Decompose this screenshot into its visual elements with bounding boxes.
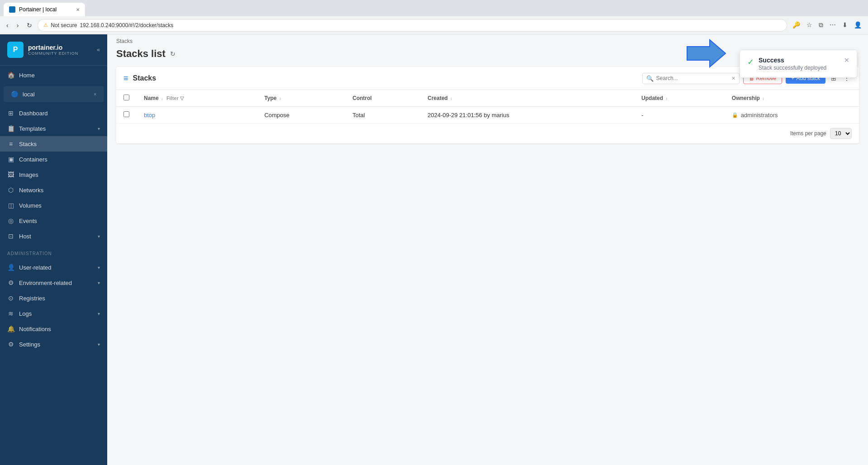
toast-close-btn[interactable]: ✕	[844, 57, 849, 64]
sidebar-env-block: 🔵 local ×	[4, 86, 104, 102]
items-per-page-label: Items per page	[790, 130, 826, 137]
stack-name-link[interactable]: btop	[144, 112, 155, 119]
control-label: Control	[352, 95, 372, 101]
sidebar-admin-section: 👤 User-related ▾ ⚙ Environment-related ▾…	[0, 258, 107, 354]
sidebar-item-events[interactable]: ◎ Events	[0, 213, 107, 228]
row-checkbox[interactable]	[123, 111, 129, 117]
sidebar-item-notifications[interactable]: 🔔 Notifications	[0, 321, 107, 337]
settings-label: Settings	[19, 341, 40, 348]
success-toast: ✓ Success Stack successfully deployed ✕	[740, 50, 857, 78]
logs-label: Logs	[19, 310, 32, 317]
stacks-nav-icon: ≡	[7, 140, 14, 147]
table-footer: Items per page 10 25 50	[116, 123, 859, 143]
toast-success-icon: ✓	[747, 57, 754, 67]
name-filter-icon[interactable]: Filter ▽	[166, 95, 184, 101]
security-icon: ⚠	[43, 22, 48, 28]
stacks-nav-label: Stacks	[19, 141, 37, 147]
table-header-row: Name ↓ Filter ▽ Type ↕ Control Created	[116, 90, 859, 107]
sidebar-collapse-btn[interactable]: «	[97, 47, 100, 53]
sidebar-logo: P portainer.io COMMUNITY EDITION «	[0, 34, 107, 66]
toast-message: Stack successfully deployed	[759, 65, 840, 71]
row-updated-cell: -	[634, 107, 725, 123]
environment-related-label: Environment-related	[19, 280, 72, 286]
back-button[interactable]: ‹	[4, 20, 11, 31]
events-label: Events	[19, 218, 37, 224]
sidebar-item-templates[interactable]: 📋 Templates ▾	[0, 121, 107, 136]
sidebar-item-volumes[interactable]: ◫ Volumes	[0, 198, 107, 213]
select-all-checkbox[interactable]	[123, 95, 129, 100]
stacks-panel-title: Stacks	[133, 74, 157, 82]
sidebar-item-registries[interactable]: ⊙ Registries	[0, 290, 107, 306]
search-box[interactable]: 🔍 ✕	[642, 73, 740, 84]
settings-chevron: ▾	[98, 342, 100, 347]
sidebar-item-environment-related[interactable]: ⚙ Environment-related ▾	[0, 275, 107, 290]
tab-favicon	[9, 6, 15, 13]
logo-text-block: portainer.io COMMUNITY EDITION	[28, 44, 78, 56]
header-ownership: Ownership ↕	[725, 90, 859, 107]
items-per-page-select[interactable]: 10 25 50	[830, 128, 852, 139]
sidebar-item-settings[interactable]: ⚙ Settings ▾	[0, 337, 107, 352]
download-icon[interactable]: ⬇	[840, 19, 850, 31]
security-label: Not secure	[51, 22, 77, 28]
header-type: Type ↕	[257, 90, 345, 107]
sidebar-item-dashboard[interactable]: ⊞ Dashboard	[0, 105, 107, 121]
tab-close-btn[interactable]: ✕	[76, 7, 80, 12]
sidebar-item-logs[interactable]: ≋ Logs ▾	[0, 306, 107, 321]
table-body: btop Compose Total 2024-09-29 21:01:56 b…	[116, 107, 859, 123]
reload-button[interactable]: ↻	[24, 20, 35, 31]
extensions-icon[interactable]: ⧉	[816, 19, 826, 31]
breadcrumb: Stacks	[107, 34, 868, 48]
table-row: btop Compose Total 2024-09-29 21:01:56 b…	[116, 107, 859, 123]
notifications-label: Notifications	[19, 326, 51, 332]
sidebar-item-containers[interactable]: ▣ Containers	[0, 152, 107, 167]
toast-title: Success	[759, 57, 840, 64]
name-sort-icon[interactable]: ↓	[161, 96, 163, 101]
templates-icon: 📋	[7, 125, 14, 132]
images-icon: 🖼	[7, 171, 14, 178]
type-sort-icon[interactable]: ↕	[279, 96, 281, 101]
stacks-table: Name ↓ Filter ▽ Type ↕ Control Created	[116, 90, 859, 123]
sidebar-item-networks[interactable]: ⬡ Networks	[0, 182, 107, 198]
header-updated: Updated ↕	[634, 90, 725, 107]
created-sort-icon[interactable]: ↕	[450, 96, 452, 101]
notifications-icon: 🔔	[7, 325, 14, 332]
header-control: Control	[345, 90, 420, 107]
table-header: Name ↓ Filter ▽ Type ↕ Control Created	[116, 90, 859, 107]
sidebar-item-user-related[interactable]: 👤 User-related ▾	[0, 260, 107, 275]
sidebar-item-env-local[interactable]: 🔵 local ×	[4, 86, 104, 102]
search-clear-btn[interactable]: ✕	[731, 76, 735, 81]
env-close-btn[interactable]: ×	[94, 92, 96, 97]
profile-icon[interactable]: 👤	[851, 19, 864, 31]
name-label: Name	[144, 95, 159, 101]
media-icon[interactable]: ⋯	[827, 19, 839, 31]
row-name-cell: btop	[137, 107, 257, 123]
row-type-cell: Compose	[257, 107, 345, 123]
sidebar-item-home[interactable]: 🏠 Home	[0, 67, 107, 83]
ownership-sort-icon[interactable]: ↕	[762, 96, 764, 101]
settings-icon: ⚙	[7, 341, 14, 348]
header-name: Name ↓ Filter ▽	[137, 90, 257, 107]
events-icon: ◎	[7, 217, 14, 224]
sidebar-item-host[interactable]: ⊡ Host ▾	[0, 228, 107, 244]
forward-button[interactable]: ›	[14, 20, 22, 31]
password-icon[interactable]: 🔑	[790, 19, 803, 31]
sidebar-home-label: Home	[19, 72, 35, 79]
refresh-button[interactable]: ↻	[170, 50, 175, 57]
address-bar[interactable]: ⚠ Not secure 192.168.0.240:9000/#!/2/doc…	[38, 19, 787, 32]
bookmark-icon[interactable]: ☆	[804, 19, 815, 31]
stacks-panel: ≡ Stacks 🔍 ✕ 🗑 Remove + Add stack	[116, 67, 859, 143]
ownership-label: Ownership	[732, 95, 760, 101]
ownership-value: administrators	[741, 112, 778, 119]
admin-section-label: Administration	[0, 246, 107, 258]
search-icon: 🔍	[646, 75, 654, 82]
tab-title: Portainer | local	[19, 6, 57, 13]
updated-sort-icon[interactable]: ↕	[665, 96, 668, 101]
templates-label: Templates	[19, 125, 46, 132]
host-label: Host	[19, 233, 31, 240]
sidebar-item-images[interactable]: 🖼 Images	[0, 167, 107, 182]
search-input[interactable]	[656, 75, 729, 81]
browser-tab-active[interactable]: Portainer | local ✕	[4, 3, 85, 16]
row-created-cell: 2024-09-29 21:01:56 by marius	[420, 107, 634, 123]
sidebar-item-stacks[interactable]: ≡ Stacks	[0, 136, 107, 152]
networks-label: Networks	[19, 187, 43, 194]
